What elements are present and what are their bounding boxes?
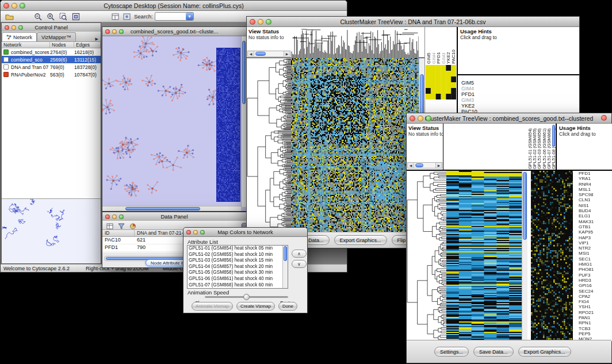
- speed-slider[interactable]: [205, 296, 288, 298]
- gene-label[interactable]: NTR2: [579, 246, 612, 251]
- open-folder-icon[interactable]: [4, 12, 14, 21]
- column-dendrogram[interactable]: [291, 27, 419, 58]
- label-scrollbar[interactable]: [552, 125, 556, 167]
- gene-label[interactable]: CPA2: [579, 294, 612, 299]
- gene-label[interactable]: PAN1: [579, 315, 612, 320]
- close-button[interactable]: [250, 19, 255, 25]
- scrollbar-thumb[interactable]: [125, 207, 200, 210]
- gene-label[interactable]: PEP5: [579, 331, 612, 336]
- gene-label[interactable]: YSH1: [579, 304, 612, 309]
- minimize-button[interactable]: [12, 3, 17, 9]
- scrollbar-thumb[interactable]: [420, 74, 424, 116]
- gene-label[interactable]: YKE2: [461, 103, 477, 109]
- attribute-list-item[interactable]: GPL51-03 (GSM856) heat shock 15 min: [188, 258, 288, 264]
- move-down-button[interactable]: ∨: [292, 260, 307, 268]
- move-up-button[interactable]: ∧: [292, 250, 307, 258]
- zoom-in-icon[interactable]: [45, 12, 56, 21]
- tab-overflow-icon[interactable]: ▶: [93, 37, 101, 41]
- minimize-button[interactable]: [418, 116, 423, 121]
- gene-label[interactable]: SEC1: [579, 256, 612, 262]
- gene-label[interactable]: PHO81: [579, 267, 612, 272]
- gene-label[interactable]: KAP95: [579, 229, 612, 235]
- header-edges[interactable]: Edges: [74, 42, 101, 48]
- gene-label[interactable]: HAP3: [579, 235, 612, 240]
- heatmap[interactable]: [291, 58, 419, 233]
- gene-label[interactable]: GIM4: [461, 86, 477, 91]
- close-icon[interactable]: [601, 115, 607, 121]
- zoom-button[interactable]: [20, 3, 25, 9]
- settings-button[interactable]: Settings...: [434, 347, 469, 357]
- gene-label[interactable]: GTB1: [579, 224, 612, 229]
- cytoscape-titlebar[interactable]: Cytoscape Desktop (Session Name: collins…: [1, 1, 347, 11]
- gene-label[interactable]: PFD1: [461, 91, 477, 97]
- done-button[interactable]: Done: [278, 302, 297, 311]
- dialog-titlebar[interactable]: Map Colors to Network: [183, 228, 307, 237]
- gene-label[interactable]: PUF3: [579, 273, 612, 278]
- save-data-button[interactable]: Save Data...: [473, 347, 514, 357]
- gene-label[interactable]: SEC24: [579, 289, 612, 294]
- treeview1-titlebar[interactable]: ClusterMaker TreeView : DNA and Tran 07-…: [247, 17, 579, 27]
- network-list-row[interactable]: DNA and Tran 07769(0)183728(0): [2, 63, 101, 71]
- tab-network[interactable]: Network: [2, 32, 37, 41]
- gene-label[interactable]: CLN1: [579, 197, 612, 202]
- slider-thumb[interactable]: [243, 294, 250, 300]
- animate-vizmap-button[interactable]: Animate Vizmap: [192, 302, 233, 311]
- attribute-list-item[interactable]: GPL51-07 (GSM868) heat shock 60 min: [188, 282, 288, 289]
- attribute-select-icon[interactable]: [105, 221, 115, 231]
- network-list-row[interactable]: combined_sco2569(6)13112(15): [2, 56, 101, 63]
- control-panel-titlebar[interactable]: Control Panel: [2, 23, 101, 32]
- treeview2-titlebar[interactable]: ClusterMaker TreeView : combined_scores_…: [407, 113, 611, 124]
- search-input[interactable]: ▼: [155, 12, 194, 21]
- network-list-row[interactable]: RNAPuberNov2563(0)107847(0): [2, 71, 101, 78]
- export-graphics-button[interactable]: Export Graphics...: [518, 347, 571, 357]
- zoom-out-icon[interactable]: [33, 12, 43, 21]
- close-button[interactable]: [105, 29, 110, 34]
- close-button[interactable]: [3, 3, 9, 9]
- scroll-right-icon[interactable]: ▶: [436, 163, 442, 167]
- minimize-button[interactable]: [112, 29, 117, 34]
- gene-label[interactable]: RPN1: [579, 320, 612, 325]
- secondary-heatmap[interactable]: [531, 171, 573, 341]
- zoom-button[interactable]: [18, 25, 23, 30]
- filter-icon[interactable]: [116, 221, 127, 231]
- scrollbar-thumb[interactable]: [255, 52, 266, 56]
- header-id[interactable]: ID: [102, 230, 135, 236]
- attribute-list-item[interactable]: GPL51-01 (GSM854) heat shock 05 min: [188, 246, 288, 252]
- gene-label[interactable]: GIM5: [461, 80, 477, 86]
- pie-chart-icon[interactable]: [128, 221, 138, 231]
- window-grid-icon[interactable]: [110, 12, 120, 21]
- network-tree-area[interactable]: [2, 78, 101, 199]
- attribute-list-item[interactable]: GPL51-04 (GSM857) heat shock 20 min: [188, 264, 288, 270]
- scrollbar-thumb[interactable]: [284, 246, 287, 261]
- gene-label[interactable]: VIP1: [579, 240, 612, 246]
- gene-label[interactable]: GIM3: [461, 97, 477, 103]
- scrollbar-thumb[interactable]: [415, 163, 423, 167]
- minimize-button[interactable]: [112, 214, 117, 219]
- gene-label[interactable]: HMG1: [579, 262, 612, 267]
- create-vizmap-button[interactable]: Create Vizmap: [236, 302, 275, 311]
- attribute-list-item[interactable]: GPL51-02 (GSM855) heat shock 10 min: [188, 252, 288, 258]
- tab-vizmapper[interactable]: VizMapper™: [37, 32, 76, 41]
- attribute-list[interactable]: GPL51-01 (GSM854) heat shock 05 minGPL51…: [187, 245, 288, 289]
- mini-scrollbar[interactable]: ◀ ▶: [407, 162, 442, 168]
- gene-label[interactable]: GPI16: [579, 283, 612, 288]
- gene-label[interactable]: NIS1: [579, 203, 612, 208]
- header-nodes[interactable]: Nodes: [50, 42, 74, 48]
- scroll-left-icon[interactable]: ◀: [248, 52, 254, 56]
- close-button[interactable]: [105, 214, 110, 219]
- network-view-titlebar[interactable]: combined_scores_good.txt--cluste...: [102, 27, 246, 36]
- gene-label[interactable]: YRA1: [579, 176, 612, 181]
- snapshot-icon[interactable]: [121, 12, 132, 21]
- mini-scrollbar[interactable]: ◀ ▶: [247, 51, 290, 57]
- zoom-button[interactable]: [266, 19, 271, 25]
- gene-label[interactable]: ELG1: [579, 213, 612, 219]
- minimize-button[interactable]: [193, 230, 198, 235]
- data-panel-titlebar[interactable]: Data Panel: [102, 212, 246, 221]
- zoom-button[interactable]: [426, 116, 431, 121]
- gene-label[interactable]: MSL1: [579, 187, 612, 192]
- gene-label[interactable]: RPO21: [579, 310, 612, 315]
- header-network[interactable]: Network: [2, 42, 50, 48]
- network-vertical-scrollbar[interactable]: [241, 36, 246, 207]
- combo-arrow-icon[interactable]: ▼: [186, 13, 193, 20]
- zoom-matrix[interactable]: [426, 65, 456, 99]
